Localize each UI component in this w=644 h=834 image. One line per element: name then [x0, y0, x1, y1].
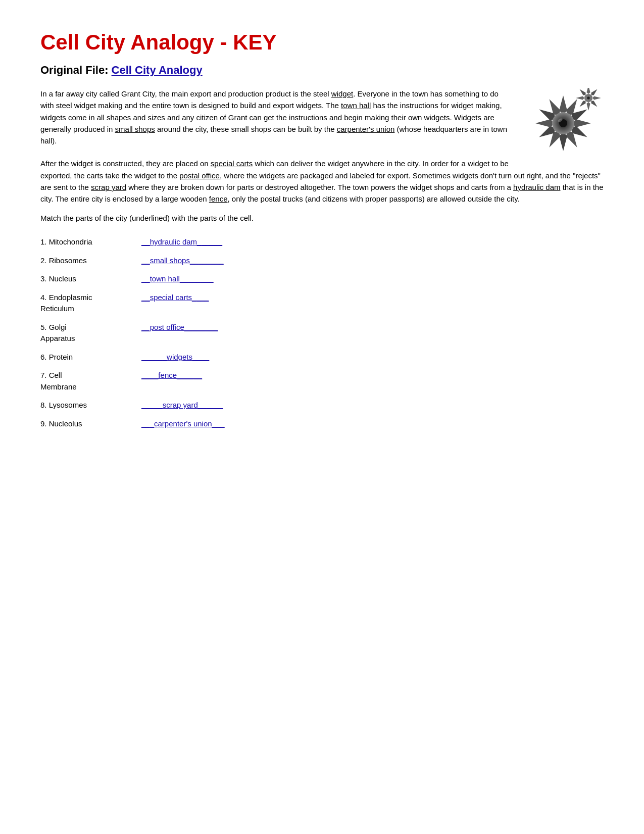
original-file-link[interactable]: Cell City Analogy	[112, 64, 203, 76]
match-answer-3: __town hall________	[141, 273, 242, 285]
match-number-7: 7. Cell Membrane	[40, 370, 141, 393]
svg-point-24	[587, 96, 589, 99]
match-answer-2: __small shops________	[141, 255, 242, 267]
match-answer-6: ______widgets____	[141, 352, 242, 363]
svg-marker-21	[576, 96, 584, 100]
svg-marker-9	[535, 119, 554, 127]
match-answer-1: __hydraulic dam______	[141, 236, 242, 248]
match-number-1: 1. Mitochondria	[40, 236, 141, 248]
list-item: 7. Cell Membrane ____fence______	[40, 370, 604, 393]
match-list: 1. Mitochondria __hydraulic dam______ 2.…	[40, 236, 604, 429]
svg-marker-3	[572, 119, 591, 127]
svg-marker-0	[559, 95, 567, 114]
original-file-label: Original File:	[40, 64, 108, 76]
match-answer-4: __special carts____	[141, 292, 242, 304]
original-file-line: Original File: Cell City Analogy	[40, 64, 604, 77]
match-answer-7: ____fence______	[141, 370, 242, 381]
svg-marker-6	[559, 132, 567, 151]
list-item: 9. Nucleolus ___carpenter's union___	[40, 418, 604, 430]
list-item: 5. Golgi Apparatus __post office________	[40, 322, 604, 345]
match-number-9: 9. Nucleolus	[40, 418, 141, 430]
list-item: 1. Mitochondria __hydraulic dam______	[40, 236, 604, 248]
list-item: 3. Nucleus __town hall________	[40, 273, 604, 285]
page-title: Cell City Analogy - KEY	[40, 30, 604, 55]
list-item: 6. Protein ______widgets____	[40, 352, 604, 363]
svg-marker-15	[586, 88, 590, 94]
list-item: 2. Ribosomes __small shops________	[40, 255, 604, 267]
match-number-2: 2. Ribosomes	[40, 255, 141, 267]
match-answer-5: __post office________	[141, 322, 242, 333]
match-number-6: 6. Protein	[40, 352, 141, 363]
match-number-8: 8. Lysosomes	[40, 400, 141, 411]
match-number-4: 4. Endoplasmic Reticulum	[40, 292, 141, 315]
list-item: 8. Lysosomes _____scrap yard______	[40, 400, 604, 411]
match-answer-8: _____scrap yard______	[141, 400, 242, 411]
match-answer-9: ___carpenter's union___	[141, 418, 242, 430]
intro-section: In a far away city called Grant City, th…	[40, 88, 604, 146]
intro-paragraph-1: In a far away city called Grant City, th…	[40, 88, 604, 146]
svg-marker-17	[592, 96, 601, 100]
match-number-5: 5. Golgi Apparatus	[40, 322, 141, 345]
svg-marker-19	[586, 102, 590, 111]
gear-image	[523, 88, 604, 159]
match-number-3: 3. Nucleus	[40, 273, 141, 285]
intro-paragraph-2: After the widget is constructed, they ar…	[40, 158, 604, 205]
match-instruction: Match the parts of the city (underlined)…	[40, 214, 604, 222]
list-item: 4. Endoplasmic Reticulum __special carts…	[40, 292, 604, 315]
